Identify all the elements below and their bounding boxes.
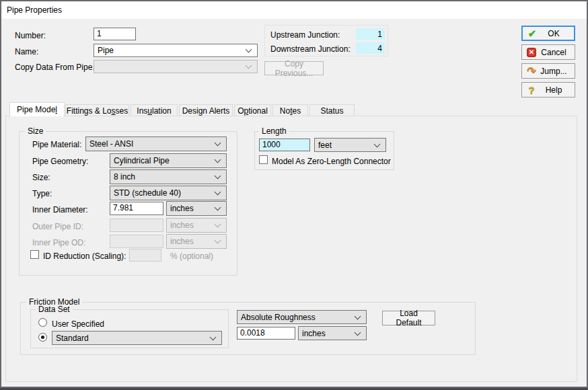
upstream-junction-label: Upstream Junction:: [270, 30, 340, 40]
id-reduction-label: ID Reduction (Scaling):: [43, 251, 126, 261]
inner-diameter-label: Inner Diameter:: [32, 205, 88, 214]
tab-label: O: [237, 106, 244, 116]
title-bar[interactable]: Pipe Properties: [1, 1, 587, 19]
upstream-junction-value: 1: [356, 28, 385, 40]
help-label: Help: [537, 85, 571, 95]
type-label: Type:: [32, 189, 52, 198]
length-unit: feet: [318, 141, 332, 150]
copy-previous-label: Copy Previous...: [269, 59, 319, 78]
tab-label: No: [280, 106, 290, 116]
length-group-title: Length: [259, 126, 289, 136]
zero-length-connector-label: Model As Zero-Length Connector: [272, 157, 391, 166]
length-unit-select[interactable]: feet: [314, 138, 386, 152]
outer-pipe-id-input: [110, 219, 163, 232]
close-icon: ✕: [526, 47, 537, 58]
downstream-junction-label: Downstream Junction:: [270, 44, 351, 54]
outer-pipe-id-label: Outer Pipe ID:: [32, 222, 83, 231]
chevron-down-icon: [215, 237, 221, 244]
inner-diameter-unit: inches: [170, 204, 194, 213]
help-question-icon: ?: [526, 85, 537, 95]
pipe-geometry-select[interactable]: Cylindrical Pipe: [110, 153, 227, 168]
size-select[interactable]: 8 inch: [110, 169, 227, 184]
user-specified-label: User Specified: [52, 319, 104, 329]
tab-insulation[interactable]: Insulation: [131, 104, 178, 116]
chevron-down-icon: [215, 157, 221, 163]
pipe-material-select[interactable]: Steel - ANSI: [85, 136, 227, 151]
tab-label: Fittings & Lo: [67, 106, 112, 116]
chevron-down-icon: [215, 204, 221, 211]
roughness-unit-select[interactable]: inches: [298, 326, 367, 340]
standard-radio[interactable]: [38, 333, 47, 342]
chevron-down-icon: [215, 189, 221, 196]
check-icon: ✔: [527, 28, 538, 39]
chevron-down-icon: [210, 334, 217, 340]
standard-data-set-select[interactable]: Standard: [52, 331, 222, 345]
id-reduction-suffix: % (optional): [170, 251, 213, 261]
cancel-button[interactable]: ✕ Cancel: [521, 44, 575, 60]
pipe-geometry-value: Cylindrical Pipe: [114, 156, 170, 165]
pipe-material-value: Steel - ANSI: [89, 139, 133, 149]
outer-pipe-id-unit-select: inches: [166, 218, 227, 233]
tab-label: ses: [116, 106, 128, 116]
tab-label: Status: [320, 106, 343, 116]
tab-label: Desi: [182, 106, 198, 116]
size-value: 8 inch: [114, 172, 135, 182]
outer-pipe-id-unit: inches: [170, 221, 194, 230]
jump-arrow-icon: ↷: [526, 66, 537, 77]
name-value: Pipe: [98, 46, 114, 55]
tab-label-accel: u: [147, 106, 152, 116]
tab-label-accel: g: [198, 106, 203, 116]
id-reduction-input: [129, 249, 161, 262]
inner-pipe-od-unit: inches: [170, 237, 194, 246]
name-combobox[interactable]: Pipe: [94, 44, 258, 57]
name-label: Name:: [15, 47, 38, 56]
friction-model-value: Absolute Roughness: [241, 313, 316, 322]
inner-diameter-input[interactable]: 7.981: [110, 202, 163, 215]
chevron-down-icon: [215, 140, 221, 147]
jump-label: Jump...: [537, 67, 571, 76]
chevron-down-icon: [355, 329, 361, 336]
standard-data-set-value: Standard: [56, 334, 89, 343]
help-button[interactable]: ? Help: [521, 82, 575, 98]
tab-label: lation: [152, 106, 172, 116]
inner-diameter-unit-select[interactable]: inches: [166, 201, 227, 216]
chevron-down-icon: [355, 313, 361, 319]
size-group-title: Size: [25, 126, 46, 136]
tab-design-alerts[interactable]: Design Alerts: [179, 104, 233, 116]
inner-pipe-od-label: Inner Pipe OD:: [32, 238, 85, 247]
type-select[interactable]: STD (schedule 40): [110, 186, 227, 200]
roughness-value-input[interactable]: 0.0018: [237, 327, 295, 340]
ok-button[interactable]: ✔ OK: [521, 26, 575, 41]
chevron-down-icon: [215, 221, 221, 228]
type-value: STD (schedule 40): [114, 188, 181, 198]
user-specified-radio[interactable]: [38, 318, 47, 327]
zero-length-connector-checkbox[interactable]: [259, 155, 268, 164]
load-default-button[interactable]: Load Default: [382, 311, 435, 325]
copy-data-from-pipe-select: [94, 60, 258, 73]
number-input[interactable]: 1: [94, 28, 136, 40]
junction-info-panel: Upstream Junction: 1 Downstream Junction…: [264, 25, 388, 56]
tab-pipe-model[interactable]: Pipe Model: [9, 102, 65, 116]
tab-notes[interactable]: Notes: [272, 104, 308, 116]
tab-label: Ins: [137, 106, 147, 116]
load-default-label: Load Default: [387, 309, 431, 327]
tab-label: es: [293, 106, 301, 116]
cancel-label: Cancel: [537, 48, 571, 57]
jump-button[interactable]: ↷ Jump...: [521, 63, 575, 79]
roughness-unit: inches: [302, 329, 326, 338]
pipe-material-label: Pipe Material:: [32, 140, 81, 149]
tab-label-accel: p: [244, 106, 248, 116]
friction-model-select[interactable]: Absolute Roughness: [237, 310, 367, 324]
id-reduction-checkbox[interactable]: [30, 250, 39, 259]
tab-optional[interactable]: Optional: [234, 104, 271, 116]
downstream-junction-value: 4: [356, 42, 385, 54]
tab-label-accel: l: [55, 105, 57, 114]
tab-fittings-losses[interactable]: Fittings & Losses: [65, 104, 129, 116]
length-input[interactable]: 1000: [259, 139, 310, 151]
tab-label: n Alerts: [203, 106, 229, 116]
size-label: Size:: [32, 173, 50, 182]
copy-previous-button: Copy Previous...: [264, 61, 324, 75]
tab-status[interactable]: Status: [309, 104, 355, 116]
ok-label: OK: [538, 29, 570, 38]
pipe-geometry-label: Pipe Geometry:: [32, 157, 88, 166]
